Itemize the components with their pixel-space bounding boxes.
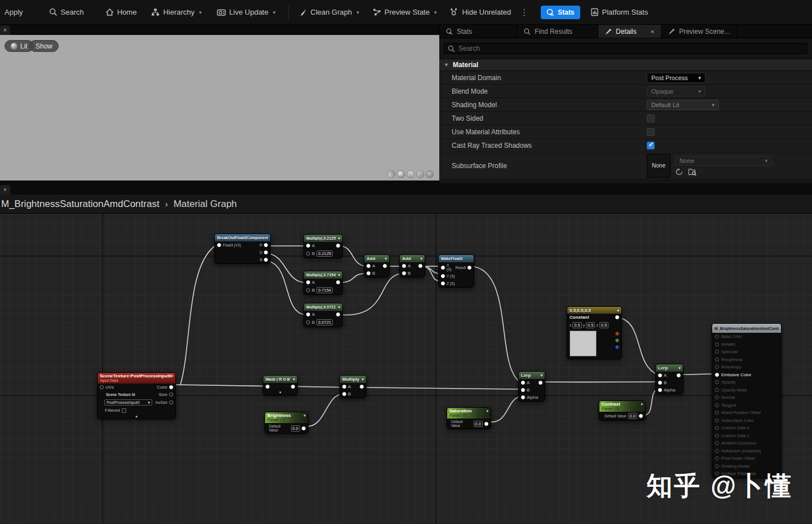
- output-pin-b[interactable]: [615, 345, 619, 349]
- details-search-input[interactable]: [458, 45, 804, 52]
- input-pin-a[interactable]: [306, 244, 310, 248]
- material-section-header[interactable]: ▼ Material: [439, 59, 812, 71]
- material-input-pin[interactable]: Refraction (Disabled): [712, 447, 781, 455]
- shading-model-dropdown[interactable]: Default Lit ▾: [647, 100, 719, 110]
- home-button[interactable]: Home: [102, 6, 140, 19]
- input-pin-b[interactable]: [367, 271, 370, 275]
- output-pin[interactable]: [336, 244, 340, 248]
- material-input-pin[interactable]: Ambient Occlusion: [712, 439, 781, 447]
- value-box[interactable]: 0.0: [474, 421, 483, 427]
- input-pin-a[interactable]: [402, 264, 406, 268]
- search-button[interactable]: Search: [46, 6, 87, 19]
- input-pin-b[interactable]: [342, 392, 346, 396]
- breadcrumb-page[interactable]: Material Graph: [174, 199, 237, 210]
- x-value[interactable]: 0.5: [572, 322, 581, 328]
- node-add-1[interactable]: Add▾ A B: [364, 254, 390, 278]
- node-brightness[interactable]: Brightness Param (0) ▾ Default Value0.0: [264, 412, 308, 434]
- node-multiply-g[interactable]: Multiply(,0.7154)▾ A B0.7154: [303, 271, 343, 295]
- two-sided-checkbox[interactable]: [647, 115, 655, 122]
- node-contrast[interactable]: Contrast Param (0) ▾ Default Value0.0: [599, 400, 646, 421]
- hierarchy-button[interactable]: Hierarchy ▾: [148, 6, 205, 19]
- output-pin[interactable]: [677, 373, 681, 377]
- node-lerp-1[interactable]: Lerp▾ A B Alpha: [518, 371, 545, 402]
- breadcrumb-asset[interactable]: M_BrightnessSaturationAmdContrast: [1, 199, 160, 210]
- output-pin[interactable]: [639, 414, 643, 418]
- node-makefloat3[interactable]: MakeFloat3 X (S)Result Y (S) Z (S): [438, 254, 474, 288]
- preview-shape-cube-button[interactable]: [416, 170, 424, 178]
- input-pin-b[interactable]: [402, 271, 406, 275]
- output-pin-size[interactable]: [169, 393, 173, 397]
- value-box[interactable]: 0.0: [628, 413, 637, 419]
- node-mask[interactable]: Mask ( R G B )▾ ▾: [263, 375, 298, 395]
- input-pin-b[interactable]: [521, 388, 525, 392]
- node-material-output[interactable]: M_BrightnessSaturationAmdContrast Base C…: [712, 323, 782, 478]
- use-selected-asset-icon[interactable]: [675, 168, 683, 176]
- material-input-pin[interactable]: Custom Data 1: [712, 432, 781, 440]
- cast-ray-traced-shadows-checkbox[interactable]: [647, 142, 655, 149]
- tab-preview-scene[interactable]: Preview Scene...: [661, 25, 737, 38]
- input-pin-a[interactable]: [521, 381, 525, 385]
- material-input-pin[interactable]: Metallic: [712, 341, 781, 349]
- material-input-pin[interactable]: Anisotropy: [712, 363, 781, 371]
- material-domain-dropdown[interactable]: Post Process ▾: [647, 73, 705, 83]
- value-box[interactable]: 0.2125: [316, 250, 333, 257]
- toolbar-overflow-button[interactable]: ⋮: [518, 7, 531, 17]
- node-constant[interactable]: 0.5,0.5,0.5▴ Constant x0.5 y0.5 z0.5: [567, 306, 622, 359]
- hide-unrelated-button[interactable]: Hide Unrelated: [447, 6, 514, 19]
- input-pin-a[interactable]: [367, 264, 370, 268]
- node-breakout-float3[interactable]: BreakOutFloat3Components Float3 (V3)R G …: [214, 234, 271, 264]
- preview-shape-cylinder-button[interactable]: [387, 170, 395, 178]
- output-pin[interactable]: [264, 258, 268, 262]
- z-value[interactable]: 0.5: [599, 322, 608, 328]
- apply-button[interactable]: Apply: [1, 6, 27, 19]
- input-pin-b[interactable]: [658, 381, 662, 385]
- output-pin-g[interactable]: [615, 338, 619, 342]
- value-box[interactable]: 0.0: [291, 425, 300, 431]
- node-multiply-b[interactable]: Multiply(,0.0721)▾ A B0.0721: [303, 303, 343, 327]
- use-material-attributes-checkbox[interactable]: [647, 128, 655, 136]
- scene-texture-id-dropdown[interactable]: PostProcessInput0▾: [104, 399, 152, 406]
- filtered-checkbox[interactable]: [122, 408, 126, 413]
- input-pin-alpha[interactable]: [521, 395, 525, 399]
- output-pin-r[interactable]: [615, 332, 619, 336]
- input-pin[interactable]: [266, 385, 270, 389]
- y-value[interactable]: 0.5: [586, 322, 595, 328]
- value-box[interactable]: 0.0721: [316, 319, 333, 325]
- node-add-2[interactable]: Add▾ A B: [399, 254, 425, 278]
- output-pin[interactable]: [467, 266, 471, 270]
- preview-shape-sphere-button[interactable]: [397, 170, 405, 178]
- material-input-pin[interactable]: Subsurface Color: [712, 417, 781, 425]
- blend-mode-dropdown[interactable]: Opaque ▾: [647, 86, 705, 96]
- input-pin-a[interactable]: [306, 312, 310, 316]
- value-box[interactable]: 0.7154: [316, 287, 333, 293]
- output-pin[interactable]: [615, 315, 619, 319]
- output-pin[interactable]: [264, 250, 268, 254]
- output-pin[interactable]: [264, 243, 268, 247]
- node-lerp-2[interactable]: Lerp▾ A B Alpha: [655, 364, 683, 394]
- material-input-pin[interactable]: Custom Data 0: [712, 424, 781, 432]
- stats-button[interactable]: Stats: [541, 6, 580, 19]
- output-pin-invsize[interactable]: [169, 400, 173, 404]
- material-input-pin[interactable]: Roughness: [712, 356, 781, 364]
- output-pin[interactable]: [360, 385, 364, 389]
- node-saturation[interactable]: Saturation Param (0) ▾ Default Value0.0: [447, 407, 491, 429]
- output-pin[interactable]: [336, 312, 340, 316]
- input-pin-z[interactable]: [441, 281, 445, 285]
- clean-graph-button[interactable]: Clean Graph ▾: [295, 6, 363, 19]
- material-input-pin[interactable]: Emissive Color: [712, 371, 781, 379]
- node-scene-texture[interactable]: SceneTexture:PostProcessInput0 Input Dat…: [97, 372, 176, 419]
- material-input-pin[interactable]: Tangent: [712, 402, 781, 409]
- input-pin-a[interactable]: [658, 373, 662, 377]
- material-input-pin[interactable]: Opacity: [712, 378, 781, 386]
- graph-canvas[interactable]: BreakOutFloat3Components Float3 (V3)R G …: [0, 214, 812, 524]
- output-pin[interactable]: [302, 426, 306, 430]
- input-pin-a[interactable]: [306, 280, 310, 284]
- expand-node-icon[interactable]: ▾: [263, 390, 297, 395]
- material-input-pin[interactable]: Opacity Mask: [712, 386, 781, 394]
- material-input-pin[interactable]: World Position Offset: [712, 409, 781, 417]
- browse-to-asset-icon[interactable]: [688, 168, 697, 176]
- preview-shape-custom-button[interactable]: [426, 170, 434, 178]
- collapse-node-icon[interactable]: ▴: [98, 414, 175, 419]
- platform-stats-button[interactable]: Platform Stats: [587, 6, 652, 19]
- node-multiply-r[interactable]: Multiply(,0.2125)▾ A B0.2125: [303, 234, 343, 258]
